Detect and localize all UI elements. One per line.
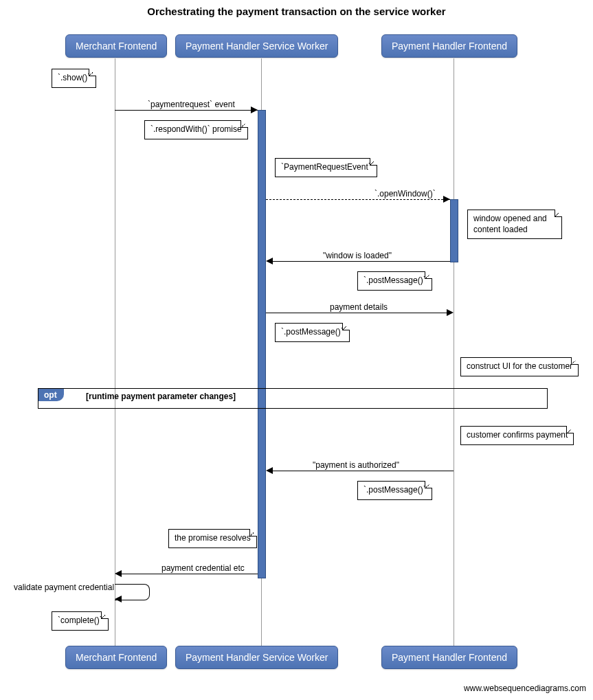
note-show: `.show()` bbox=[52, 69, 96, 88]
line-m2 bbox=[266, 199, 450, 201]
note-respondwith: `.respondWith()` promise bbox=[144, 120, 248, 139]
participant-sw-top: Payment Handler Service Worker bbox=[175, 34, 338, 58]
msg-paymentdetails: payment details bbox=[330, 302, 388, 312]
arrow-selfloop bbox=[115, 596, 122, 602]
note-paymentrequestevent: `PaymentRequestEvent` bbox=[275, 158, 377, 177]
opt-guard: [runtime payment parameter changes] bbox=[86, 392, 236, 401]
opt-tag: opt bbox=[38, 389, 64, 401]
line-m4 bbox=[266, 313, 447, 313]
msg-openwindow: `.openWindow()` bbox=[374, 189, 436, 199]
activation-frontend bbox=[450, 199, 458, 262]
sequence-diagram: Orchestrating the payment transaction on… bbox=[0, 0, 593, 700]
note-promiseresolves: the promise resolves bbox=[168, 529, 257, 548]
msg-paymentcredential: payment credential etc bbox=[161, 563, 245, 573]
arrow-m5 bbox=[266, 467, 273, 474]
arrow-m4 bbox=[447, 309, 454, 316]
diagram-title: Orchestrating the payment transaction on… bbox=[0, 5, 593, 17]
participant-merchant-top: Merchant Frontend bbox=[65, 34, 167, 58]
msg-validate: validate payment credential bbox=[14, 583, 114, 592]
msg-paymentrequest: `paymentrequest` event bbox=[148, 100, 235, 109]
lifeline-merchant bbox=[115, 58, 115, 646]
note-postmsg3: `.postMessage()` bbox=[357, 481, 432, 500]
line-m5 bbox=[271, 471, 454, 471]
lifeline-frontend bbox=[454, 58, 454, 646]
note-postmsg2: `.postMessage()` bbox=[275, 323, 350, 342]
note-windowopened: window opened and content loaded bbox=[467, 210, 562, 239]
msg-windowloaded: "window is loaded" bbox=[323, 251, 392, 260]
participant-merchant-bottom: Merchant Frontend bbox=[65, 646, 167, 669]
note-customerconfirms: customer confirms payment bbox=[460, 426, 574, 445]
line-m3 bbox=[271, 261, 450, 262]
arrow-m1 bbox=[251, 106, 258, 113]
arrow-m3 bbox=[266, 258, 273, 264]
line-m1 bbox=[115, 110, 258, 111]
arrow-m2 bbox=[443, 196, 450, 203]
note-constructui: construct UI for the customer bbox=[460, 357, 579, 376]
note-windowopened-l1: window opened and content loaded bbox=[473, 214, 547, 234]
arrow-m6 bbox=[115, 570, 122, 577]
msg-paymentauthorized: "payment is authorized" bbox=[313, 460, 399, 470]
note-postmsg1: `.postMessage()` bbox=[357, 271, 432, 291]
activation-sw bbox=[258, 110, 266, 578]
note-complete: `complete()` bbox=[52, 611, 109, 631]
participant-frontend-bottom: Payment Handler Frontend bbox=[381, 646, 517, 669]
participant-frontend-top: Payment Handler Frontend bbox=[381, 34, 517, 58]
participant-sw-bottom: Payment Handler Service Worker bbox=[175, 646, 338, 669]
footer-link[interactable]: www.websequencediagrams.com bbox=[464, 684, 586, 693]
line-m6 bbox=[122, 574, 258, 574]
